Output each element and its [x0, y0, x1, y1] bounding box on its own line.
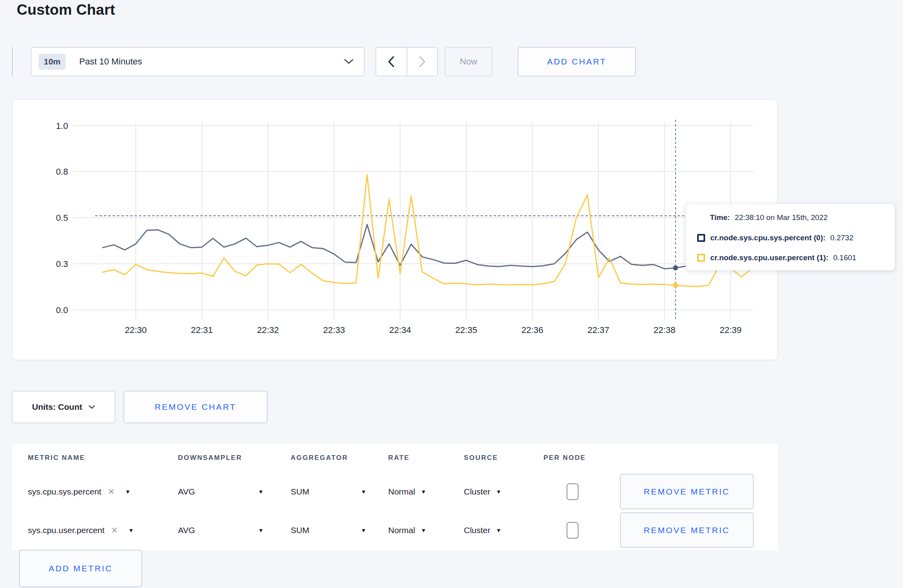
y-tick-label: 1.0: [56, 121, 68, 131]
caret-down-icon: ▼: [496, 527, 502, 533]
caret-down-icon: ▼: [258, 527, 264, 533]
remove-metric-button[interactable]: REMOVE METRIC: [620, 474, 754, 509]
time-window-badge: 10m: [39, 54, 66, 70]
hover-point-sys: [673, 266, 678, 270]
now-button[interactable]: Now: [445, 47, 493, 76]
downsampler-value: AVG: [178, 526, 195, 535]
metrics-chart[interactable]: 0.00.30.50.81.022:3022:3122:3222:3322:34…: [12, 100, 777, 360]
user-series-swatch-icon: [697, 254, 705, 262]
source-value: Cluster: [464, 487, 491, 496]
chevron-down-icon: [344, 59, 354, 64]
units-dropdown[interactable]: Units: Count: [12, 391, 115, 423]
tooltip-time-value: 22:38:10 on Mar 15th, 2022: [735, 213, 827, 222]
y-tick-label: 0.3: [56, 259, 68, 269]
time-nav-group: [375, 47, 438, 76]
per-node-checkbox[interactable]: [567, 522, 579, 539]
caret-down-icon: ▼: [496, 489, 502, 495]
caret-down-icon[interactable]: ▼: [128, 527, 134, 533]
col-header-metric-name: METRIC NAME: [28, 454, 178, 462]
x-gridlines: [136, 122, 731, 319]
units-label: Units: Count: [32, 402, 82, 412]
hover-point-user: [673, 283, 678, 288]
tooltip-user-value: 0.1601: [833, 253, 856, 262]
x-tick-label: 22:31: [191, 325, 213, 335]
metric-name-select[interactable]: sys.cpu.sys.percent ✕ ▼: [28, 487, 178, 496]
aggregator-value: SUM: [291, 487, 309, 496]
metric-name: sys.cpu.user.percent: [28, 526, 105, 535]
metric-name-select[interactable]: sys.cpu.user.percent ✕ ▼: [28, 526, 178, 535]
x-tick-label: 22:37: [587, 325, 609, 335]
col-header-source: SOURCE: [464, 454, 543, 462]
caret-down-icon: ▼: [361, 527, 366, 533]
time-prev-button[interactable]: [376, 48, 407, 76]
x-tick-label: 22:34: [389, 325, 411, 335]
add-chart-button[interactable]: ADD CHART: [518, 47, 636, 76]
page-title: Custom Chart: [17, 2, 115, 18]
source-select[interactable]: Cluster▼: [464, 526, 543, 535]
y-tick-label: 0.0: [56, 305, 68, 315]
tooltip-series-row: cr.node.sys.cpu.user.percent (1): 0.1601: [697, 253, 887, 262]
source-select[interactable]: Cluster▼: [464, 487, 543, 496]
caret-down-icon[interactable]: ▼: [125, 489, 131, 495]
metric-row: sys.cpu.user.percent ✕ ▼ AVG▼ SUM▼ Norma…: [12, 511, 778, 549]
rate-select[interactable]: Normal▼: [388, 487, 464, 496]
rate-value: Normal: [388, 526, 415, 535]
series-line-user: [103, 175, 752, 287]
time-window-label: Past 10 Minutes: [79, 56, 142, 67]
tooltip-sys-value: 0.2732: [830, 234, 853, 242]
sys-series-swatch-icon: [697, 234, 705, 242]
time-next-button[interactable]: [407, 48, 438, 76]
tooltip-time-row: Time: 22:38:10 on Mar 15th, 2022: [710, 213, 887, 222]
chevron-right-icon: [419, 56, 426, 67]
rate-value: Normal: [388, 487, 415, 496]
x-tick-label: 22:39: [719, 325, 741, 335]
toolbar: 10m Past 10 Minutes Now ADD CHART: [12, 47, 636, 76]
chart-tooltip: Time: 22:38:10 on Mar 15th, 2022 cr.node…: [686, 204, 895, 271]
clear-metric-x-icon[interactable]: ✕: [108, 487, 115, 496]
tooltip-sys-name: cr.node.sys.cpu.sys.percent (0):: [710, 234, 825, 242]
add-metric-button[interactable]: ADD METRIC: [19, 550, 142, 587]
time-window-dropdown[interactable]: 10m Past 10 Minutes: [31, 47, 365, 76]
col-header-aggregator: AGGREGATOR: [291, 454, 388, 462]
downsampler-select[interactable]: AVG▼: [178, 526, 264, 535]
series-line-sys: [103, 224, 752, 269]
metric-row: sys.cpu.sys.percent ✕ ▼ AVG▼ SUM▼ Normal…: [12, 472, 778, 511]
remove-chart-button[interactable]: REMOVE CHART: [123, 391, 268, 423]
x-tick-label: 22:35: [455, 325, 477, 335]
axis-tick-labels: 0.00.30.50.81.022:3022:3122:3222:3322:34…: [56, 121, 741, 335]
source-value: Cluster: [464, 526, 491, 535]
chevron-left-icon: [388, 56, 395, 67]
caret-down-icon: ▼: [258, 489, 264, 495]
tooltip-series-row: cr.node.sys.cpu.sys.percent (0): 0.2732: [697, 234, 887, 242]
metric-name: sys.cpu.sys.percent: [28, 487, 101, 496]
per-node-checkbox[interactable]: [567, 483, 579, 500]
y-tick-label: 0.5: [56, 213, 68, 223]
downsampler-select[interactable]: AVG▼: [178, 487, 264, 496]
metric-table: METRIC NAME DOWNSAMPLER AGGREGATOR RATE …: [12, 444, 778, 550]
remove-metric-button[interactable]: REMOVE METRIC: [620, 512, 754, 548]
chart-card: 0.00.30.50.81.022:3022:3122:3222:3322:34…: [12, 99, 778, 360]
custom-chart-page: Custom Chart 10m Past 10 Minutes Now AD: [0, 0, 903, 588]
chart-actions: Units: Count REMOVE CHART: [12, 391, 268, 423]
tooltip-time-label: Time:: [710, 213, 730, 222]
rate-select[interactable]: Normal▼: [388, 526, 464, 535]
aggregator-value: SUM: [291, 526, 309, 535]
col-header-per-node: PER NODE: [543, 454, 620, 462]
downsampler-value: AVG: [178, 487, 195, 496]
toolbar-divider: [12, 47, 13, 76]
col-header-downsampler: DOWNSAMPLER: [178, 454, 291, 462]
y-tick-label: 0.8: [56, 167, 68, 177]
metric-table-header: METRIC NAME DOWNSAMPLER AGGREGATOR RATE …: [12, 444, 778, 472]
y-gridlines: [73, 126, 754, 310]
x-tick-label: 22:38: [653, 325, 675, 335]
aggregator-select[interactable]: SUM▼: [291, 487, 366, 496]
caret-down-icon: ▼: [421, 489, 426, 495]
caret-down-icon: ▼: [361, 489, 366, 495]
caret-down-icon: ▼: [421, 527, 426, 533]
aggregator-select[interactable]: SUM▼: [291, 526, 366, 535]
x-tick-label: 22:33: [323, 325, 345, 335]
x-tick-label: 22:36: [521, 325, 543, 335]
tooltip-user-name: cr.node.sys.cpu.user.percent (1):: [710, 253, 829, 262]
col-header-rate: RATE: [388, 454, 464, 462]
clear-metric-x-icon[interactable]: ✕: [111, 526, 118, 535]
